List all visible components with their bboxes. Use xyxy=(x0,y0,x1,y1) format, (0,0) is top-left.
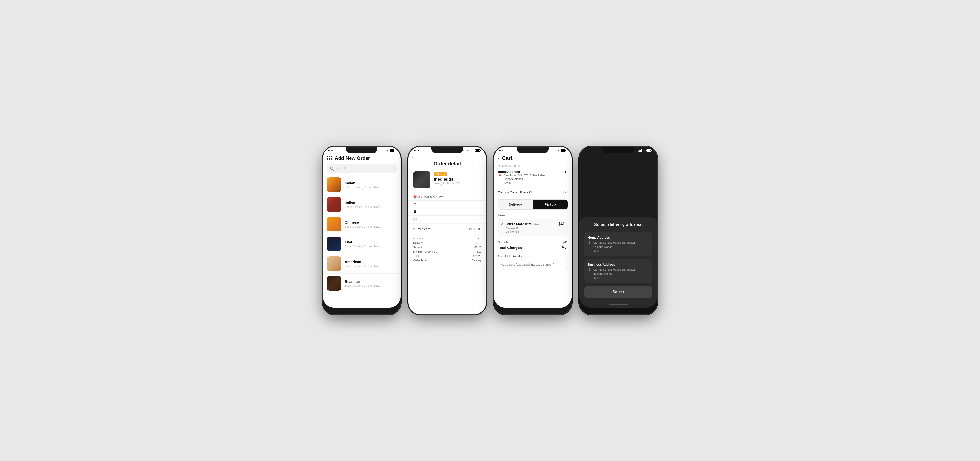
status-icons-4: ▲ xyxy=(638,149,652,152)
battery-icon-4 xyxy=(646,149,652,152)
order-item-name: fried eggs xyxy=(434,177,461,182)
total-row: Total€30.20 xyxy=(413,254,481,258)
cuisine-name: Brazilian xyxy=(345,279,397,284)
order-item-info: Delivered fried eggs Booking ID: AIBB5OZ… xyxy=(434,171,461,185)
select-button[interactable]: Select xyxy=(584,286,652,298)
cuisine-info: Thai Butter Chicken, Chicken Mas... xyxy=(345,240,397,248)
wifi-icon-2: ▲ xyxy=(472,149,474,152)
notch-3 xyxy=(517,147,549,153)
grid-menu-icon[interactable] xyxy=(327,156,332,161)
phone-cart: 9:41 ▲ ‹ Cart xyxy=(494,147,572,314)
cart-back-arrow[interactable]: ‹ xyxy=(498,155,500,161)
delivery-row: Delivery€18 xyxy=(413,241,481,245)
pickup-button[interactable]: Pickup xyxy=(533,199,568,209)
address-line1: Can Rotas, S/N, 07816 San Rafael xyxy=(504,174,546,177)
phone-select-address: ▲ Select delivery address Home Address 📍… xyxy=(579,147,657,314)
cuisine-sub: Butter Chicken, Chicken Mas... xyxy=(345,284,397,287)
battery-icon-2 xyxy=(475,149,481,152)
page-title-1: Add New Order xyxy=(335,155,370,161)
cart-item-qty: x1 xyxy=(501,223,504,226)
order-item-image xyxy=(413,171,430,188)
subtotal-label: Subtotal xyxy=(498,241,509,244)
business-address-text: Can Rotas, S/N, 07816 San RafaelBalearic… xyxy=(593,268,635,280)
cuisine-item[interactable]: Brazilian Butter Chicken, Chicken Mas... xyxy=(323,274,401,293)
cart-totals: Subtotal $41 Total Charges $51 xyxy=(494,238,572,253)
cuisine-item[interactable]: Italian Butter Chicken, Chicken Mas... xyxy=(323,195,401,214)
phone-add-new-order: 9:41 ▲ Add Ne xyxy=(323,147,401,314)
order-items-section: x2fried eggs €1€2.00 xyxy=(408,223,486,234)
business-address-option-row: 📍 Can Rotas, S/N, 07816 San RafaelBalear… xyxy=(588,268,649,280)
cart-title: Cart xyxy=(502,155,512,161)
cuisine-item[interactable]: Indian Butter Chicken, Chicken Mas... xyxy=(323,175,401,195)
service-row: Service€0.20 xyxy=(413,245,481,249)
cuisine-item[interactable]: American Butter Chicken, Chicken Mas... xyxy=(323,254,401,274)
cuisine-item[interactable]: Chinese Butter Chicken, Chicken Mas... xyxy=(323,214,401,234)
order-detail-title: Order detail xyxy=(434,161,461,166)
location-icon: 📍 xyxy=(413,203,417,206)
search-icon xyxy=(330,167,334,170)
addon-cheese: Cheese $2 xyxy=(501,227,565,230)
cart-item-row: x1 Pizza Margarita $35 $41 xyxy=(501,222,565,227)
home-address-option-label: Home Address xyxy=(588,236,649,239)
order-date-row: 📅 03/09/2020 5:26 PM xyxy=(408,194,486,200)
business-address-option[interactable]: Business Address 📍 Can Rotas, S/N, 07816… xyxy=(584,259,652,283)
cuisine-sub: Butter Chicken, Chicken Mas... xyxy=(345,186,397,189)
notch-1 xyxy=(346,147,377,153)
location-target-icon[interactable]: ⊙ xyxy=(565,170,568,174)
unit-price: €1 xyxy=(469,228,472,231)
location-meta-row: 📍 xyxy=(408,200,486,208)
search-bar[interactable]: Search xyxy=(327,164,397,172)
home-address-option-row: 📍 Can Rotas, S/N, 07816 San RafaelBalear… xyxy=(588,241,649,253)
order-item-row: Delivered fried eggs Booking ID: AIBB5OZ… xyxy=(413,171,481,188)
order-item-section: Delivered fried eggs Booking ID: AIBB5OZ… xyxy=(408,169,486,194)
address-pin-icon: 📍 xyxy=(498,174,502,178)
cuisine-info: American Butter Chicken, Chicken Mas... xyxy=(345,260,397,268)
phone-icon: 📱 xyxy=(413,210,417,214)
subtotal-row-3: Subtotal $41 xyxy=(498,240,568,245)
cuisine-name: Italian xyxy=(345,201,397,205)
wifi-icon-3: ▲ xyxy=(557,149,560,152)
special-section: Special instructions xyxy=(494,253,572,271)
subtotal-row: SubTotal€2 xyxy=(413,236,481,241)
coupon-value: Black25 xyxy=(520,190,532,194)
cuisine-thumbnail xyxy=(327,177,341,192)
signal-icon-3 xyxy=(553,149,556,152)
addon-chicken: Chicken $4 xyxy=(501,230,565,233)
status-icons-3: ▲ xyxy=(553,149,566,152)
cuisine-name: American xyxy=(345,260,397,264)
address-row: 📍 Can Rotas, S/N, 07816 San Rafael Balea… xyxy=(498,174,546,185)
order-totals-section: SubTotal€2 Delivery€18 Service€0.20 Mini… xyxy=(408,234,486,265)
search-placeholder: Search xyxy=(336,166,346,170)
notch-4 xyxy=(603,147,634,153)
order-type-row: Order Type:Delivery xyxy=(413,258,481,263)
cuisine-sub: Butter Chicken, Chicken Mas... xyxy=(345,225,397,228)
mail-meta-row: ✉️ xyxy=(408,215,486,223)
total-charges-row: Total Charges $51 xyxy=(498,245,568,251)
order-detail-title-section: Order detail xyxy=(408,161,486,169)
cuisine-info: Chinese Butter Chicken, Chicken Mas... xyxy=(345,220,397,228)
cuisine-name: Thai xyxy=(345,240,397,244)
home-address-option[interactable]: Home Address 📍 Can Rotas, S/N, 07816 San… xyxy=(584,232,652,256)
signal-icon-4 xyxy=(638,149,642,152)
calendar-icon: 📅 xyxy=(413,196,417,199)
cuisine-name: Indian xyxy=(345,181,397,185)
booking-id: Booking ID: AIBB5OZpBq xyxy=(434,182,461,185)
cuisine-thumbnail xyxy=(327,236,341,251)
item-total: €2.00 xyxy=(474,227,481,231)
cuisine-thumbnail xyxy=(327,197,341,212)
time-1: 9:41 xyxy=(328,149,334,152)
coupon-label: Coupon Code: xyxy=(498,190,518,194)
delivery-toggle[interactable]: Delivery Pickup xyxy=(498,199,568,210)
phone-meta-row: 📱 xyxy=(408,208,486,215)
cuisine-item[interactable]: Thai Butter Chicken, Chicken Mas... xyxy=(323,234,401,254)
battery-icon xyxy=(390,149,395,152)
cuisine-thumbnail xyxy=(327,217,341,231)
special-input[interactable] xyxy=(498,260,568,270)
item-qty: x2 xyxy=(413,227,416,231)
coupon-remove-button[interactable]: ✕ xyxy=(563,190,568,194)
cuisine-thumbnail xyxy=(327,276,341,290)
back-nav[interactable]: ‹ xyxy=(408,153,486,161)
coupon-section: Coupon Code: Black25 ✕ xyxy=(494,187,572,197)
delivery-button[interactable]: Delivery xyxy=(498,199,533,209)
back-arrow-icon[interactable]: ‹ xyxy=(412,155,414,160)
